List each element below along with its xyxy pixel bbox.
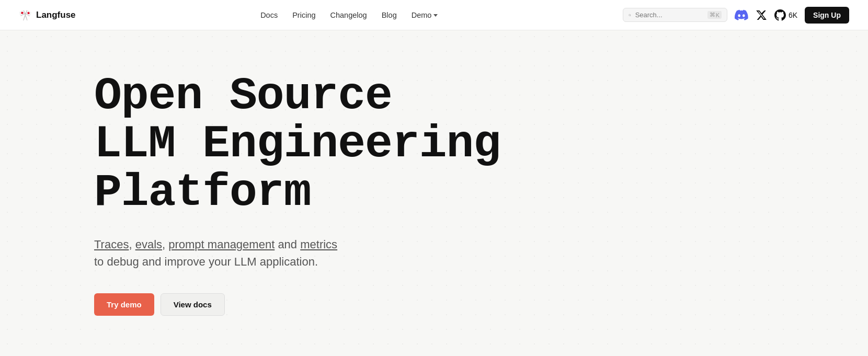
hero-title-line3: Platform <box>94 167 311 219</box>
evals-link[interactable]: evals <box>135 238 162 251</box>
nav-center: Docs Pricing Changelog Blog Demo <box>260 11 438 19</box>
logo-icon: 🎌 <box>19 10 32 20</box>
x-twitter-icon[interactable] <box>756 9 767 21</box>
hero-subtitle: Traces, evals, prompt management and met… <box>94 236 460 270</box>
signup-button[interactable]: Sign Up <box>805 7 849 24</box>
nav-changelog-link[interactable]: Changelog <box>330 11 367 19</box>
nav-pricing-link[interactable]: Pricing <box>292 11 315 19</box>
nav-docs-link[interactable]: Docs <box>260 11 278 19</box>
search-input[interactable] <box>635 11 703 19</box>
hero-actions: Try demo View docs <box>94 293 868 316</box>
and-text: and <box>278 238 300 251</box>
nav-demo-button[interactable]: Demo <box>412 11 438 19</box>
github-count: 6K <box>789 11 797 19</box>
try-demo-button[interactable]: Try demo <box>94 293 154 316</box>
discord-icon[interactable] <box>735 8 748 22</box>
github-button[interactable]: 6K <box>774 9 797 21</box>
metrics-link[interactable]: metrics <box>300 238 337 251</box>
prompt-management-link[interactable]: prompt management <box>168 238 275 251</box>
traces-link[interactable]: Traces <box>94 238 129 251</box>
hero-subtitle-line2: to debug and improve your LLM applicatio… <box>94 255 318 268</box>
hero-title: Open Source LLM Engineering Platform <box>94 72 512 217</box>
logo-text: Langfuse <box>36 10 76 20</box>
logo-link[interactable]: 🎌 Langfuse <box>19 10 76 20</box>
svg-line-1 <box>630 15 631 16</box>
chevron-down-icon <box>433 14 438 17</box>
nav-right: ⌘K 6K Sign Up <box>623 7 849 24</box>
search-icon <box>629 12 631 19</box>
hero-title-line2: LLM Engineering <box>94 118 500 170</box>
search-shortcut: ⌘K <box>707 11 722 19</box>
view-docs-button[interactable]: View docs <box>161 293 225 316</box>
hero-title-line1: Open Source <box>94 70 392 122</box>
hero-section: Open Source LLM Engineering Platform Tra… <box>0 30 868 347</box>
demo-label: Demo <box>412 11 432 19</box>
github-icon <box>774 9 786 21</box>
navbar: 🎌 Langfuse Docs Pricing Changelog Blog D… <box>0 0 868 30</box>
nav-blog-link[interactable]: Blog <box>382 11 397 19</box>
search-box[interactable]: ⌘K <box>623 8 727 22</box>
